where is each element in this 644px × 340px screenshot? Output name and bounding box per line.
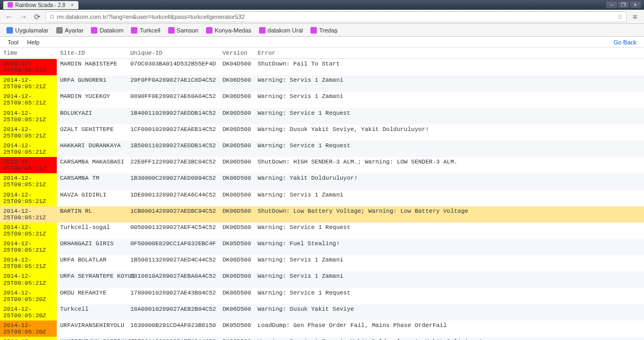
bookmark-item[interactable]: datakom Ural (256, 26, 306, 35)
cell-unique: 1CB00014289027AEDBC94C52 (127, 206, 219, 223)
table-row[interactable]: 2014-12-25T09:05:21ZCARSAMBA MAKASBASI22… (0, 157, 644, 173)
pink-icon (259, 27, 265, 34)
table-row[interactable]: 2014-12-25T09:05:21ZORHANGAZI GIRIS0F500… (0, 239, 644, 255)
tab-favicon-icon (8, 2, 13, 8)
cell-time: 2014-12-25T09:05:21Z (0, 75, 57, 91)
cell-unique: 00500013289027AEF4C54C52 (127, 223, 219, 239)
cell-error: Warning: Service 1 Request (254, 223, 644, 239)
bookmark-bar: UygulamalarAyarlarDatakomTurkcellSamsunK… (0, 24, 644, 37)
cell-site: URFA SEYRANTEPE KOYU1 (57, 271, 127, 287)
table-row[interactable]: 2014-12-25T09:05:21ZBOLUKYAZI1B400110289… (0, 108, 644, 125)
table-row[interactable]: 2014-12-25T09:05:21ZURFA GUNOREN120F0FF0… (0, 75, 644, 91)
tab-close-icon[interactable]: × (71, 2, 74, 8)
cell-error: Warning: Servis 1 Zamani, Yakit Doldurul… (254, 337, 644, 340)
col-unique[interactable]: Unique-ID (127, 48, 219, 59)
go-back-link[interactable]: Go Back (609, 38, 641, 47)
cell-unique: 18A00010289027AEB2B04C52 (127, 304, 219, 321)
bookmark-item[interactable]: Datakom (88, 26, 127, 35)
cell-error: Warning: Servis 1 Zamani (254, 75, 644, 91)
table-row[interactable]: 2014-12-25T09:36:21ZMARDIN HABISTEPE07OC… (0, 59, 644, 76)
table-row[interactable]: 2014-12-25T09:05:21ZURFA SEYRANTEPE KOYU… (0, 271, 644, 287)
table-row[interactable]: 2014-12-25T09:05:20ZTurkcell18A000102890… (0, 304, 644, 321)
browser-tab[interactable]: Rainbow Scada - 2.8 × (3, 1, 78, 9)
chrome-menu-button[interactable]: ≡ (629, 11, 641, 22)
reload-button[interactable]: ⟳ (31, 11, 43, 22)
cell-time: 2014-12-25T09:05:21Z (0, 190, 57, 206)
cell-time: 2014-12-25T09:05:21Z (0, 141, 57, 157)
cell-unique: 0F50000E829CC1AF032EBC4F (127, 239, 219, 255)
url-text: rm.datakom.com.tr/?lang=en&user=turkcell… (57, 14, 615, 20)
cell-error: Warning: Servis 1 Zamani (254, 190, 644, 206)
table-row[interactable]: 2014-12-25T09:05:21ZOZALT SEHITTEPE1CF00… (0, 125, 644, 141)
bookmark-label: Uygulamalar (15, 27, 49, 34)
cell-version: DK06D500 (219, 125, 254, 141)
table-row[interactable]: 2014-12-25T09:05:21ZHAKKARI DURANKAYA1B5… (0, 141, 644, 157)
cell-error: Warning: Fuel Stealing! (254, 239, 644, 255)
cell-error: ShutDown: Low Battery Voltage; Warning: … (254, 206, 644, 223)
cell-time: 2014-12-25T09:05:21Z (0, 206, 57, 223)
bookmark-label: datakom Ural (268, 27, 303, 34)
minimize-button[interactable]: – (606, 2, 617, 8)
cell-site: BOLUKYAZI (57, 108, 127, 125)
cell-version: DK06D500 (219, 337, 254, 340)
table-row[interactable]: 2014-12-25T09:05:20ZORDU REFAHIYE1780001… (0, 288, 644, 304)
cell-unique: 10700115289027AEF1D14C52 (127, 337, 219, 340)
table-row[interactable]: 2014-12-25T09:05:21ZTurkcell-sogal005000… (0, 223, 644, 239)
bookmark-star-icon[interactable]: ☆ (617, 13, 623, 21)
browser-titlebar: Rainbow Scada - 2.8 × – ❐ × (0, 0, 644, 10)
cell-site: CARSAMBA TM (57, 173, 127, 189)
cell-unique: 1CF00010289027AEAEB14C52 (127, 125, 219, 141)
cell-error: Warning: Yakit Dolduruluyor! (254, 173, 644, 189)
table-row[interactable]: 2014-12-25T09:05:21ZCARSAMBA TM1B30000C2… (0, 173, 644, 189)
cell-time: 2014-12-25T09:05:21Z (0, 125, 57, 141)
cell-version: DK06D500 (219, 271, 254, 287)
cell-site: URFA BOLATLAR (57, 255, 127, 271)
bookmark-label: Samsun (177, 27, 198, 34)
bookmark-label: Turkcell (140, 27, 160, 34)
col-error[interactable]: Error (254, 48, 644, 59)
cell-error: Warning: Service 1 Request (254, 288, 644, 304)
table-row[interactable]: 2014-12-25T09:05:20ZURFAVIRANSEHIRYOLU16… (0, 321, 644, 337)
table-row[interactable]: 2014-12-25T09:05:21ZURFA BOLATLAR1B50011… (0, 255, 644, 271)
cell-site: BARTIN RL (57, 206, 127, 223)
cell-unique: 1B500113289027AED4C44C52 (127, 255, 219, 271)
cell-version: DK06D500 (219, 206, 254, 223)
app-menubar: Tool Help Go Back (0, 37, 644, 48)
cell-time: 2014-12-25T09:05:21Z (0, 255, 57, 271)
apps-icon (6, 27, 13, 34)
close-button[interactable]: × (630, 2, 641, 8)
bookmark-item[interactable]: Konya-Medas (203, 26, 255, 35)
bookmark-item[interactable]: Turkcell (128, 26, 163, 35)
url-input[interactable]: 🗋 rm.datakom.com.tr/?lang=en&user=turkce… (45, 11, 627, 22)
page-icon: 🗋 (49, 14, 55, 19)
cell-time: 2014-12-25T09:05:21Z (0, 91, 57, 108)
cell-site: MARDIN HABISTEPE (57, 59, 127, 76)
cell-version: DK05D500 (219, 321, 254, 337)
pink-icon (131, 27, 137, 34)
col-version[interactable]: Version (219, 48, 254, 59)
menu-help[interactable]: Help (23, 38, 44, 47)
cell-time: 2014-12-25T09:05:21Z (0, 157, 57, 173)
cell-time: 2014-12-25T09:05:20Z (0, 288, 57, 304)
col-time[interactable]: Time (0, 48, 57, 59)
bookmark-item[interactable]: Samsun (165, 26, 202, 35)
bookmark-label: Ayarlar (65, 27, 84, 34)
bookmark-item[interactable]: Tredaş (307, 26, 341, 35)
window-controls: – ❐ × (606, 2, 641, 8)
back-button[interactable]: ← (3, 11, 15, 22)
table-row[interactable]: 2014-12-25T09:05:21ZHAVZA GIDIRLI1DE0001… (0, 190, 644, 206)
forward-button[interactable]: → (17, 11, 29, 22)
cell-site: CARSAMBA MAKASBASI (57, 157, 127, 173)
table-row[interactable]: 2014-12-25T09:05:21ZBARTIN RL1CB00014289… (0, 206, 644, 223)
maximize-button[interactable]: ❐ (618, 2, 629, 8)
cell-version: DK06D500 (219, 173, 254, 189)
bookmark-item[interactable]: Uygulamalar (3, 26, 52, 35)
cell-error: Warning: Servis 1 Zamani (254, 91, 644, 108)
table-row[interactable]: 2014-12-25T09:05:20ZHAMIDIYE/UN_FABRIKAS… (0, 337, 644, 340)
cell-unique: 1DE00013289027AEA6C44C52 (127, 190, 219, 206)
menu-tool[interactable]: Tool (3, 38, 23, 47)
col-site[interactable]: Site-ID (57, 48, 127, 59)
bookmark-item[interactable]: Ayarlar (53, 26, 87, 35)
cell-error: ShutDown: Fail To Start (254, 59, 644, 76)
table-row[interactable]: 2014-12-25T09:05:21ZMARDIN YUCEKOY0890FF… (0, 91, 644, 108)
